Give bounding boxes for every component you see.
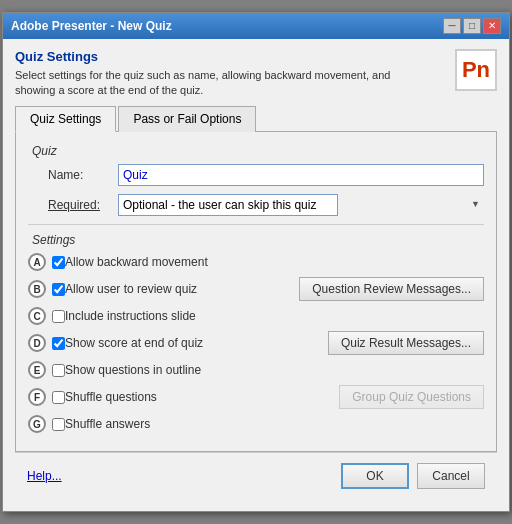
checkbox-instructions[interactable] (52, 310, 65, 323)
label-show-outline: Show questions in outline (65, 363, 484, 377)
marker-d: D (28, 334, 46, 352)
title-bar-buttons: ─ □ ✕ (443, 18, 501, 34)
maximize-button[interactable]: □ (463, 18, 481, 34)
header-description: Select settings for the quiz such as nam… (15, 68, 395, 99)
checkbox-shuffle-questions[interactable] (52, 391, 65, 404)
quiz-section-label: Quiz (32, 144, 484, 158)
close-button[interactable]: ✕ (483, 18, 501, 34)
checkbox-row-c: C Include instructions slide (28, 307, 484, 325)
marker-b: B (28, 280, 46, 298)
minimize-button[interactable]: ─ (443, 18, 461, 34)
marker-g: G (28, 415, 46, 433)
checkbox-allow-review[interactable] (52, 283, 65, 296)
checkbox-row-g: G Shuffle answers (28, 415, 484, 433)
tab-content: Quiz Name: Required: Optional - the user… (15, 132, 497, 452)
tabs-container: Quiz Settings Pass or Fail Options (15, 106, 497, 132)
required-label[interactable]: Required: (48, 198, 118, 212)
label-shuffle-answers: Shuffle answers (65, 417, 484, 431)
header-text: Quiz Settings Select settings for the qu… (15, 49, 395, 99)
checkbox-shuffle-answers[interactable] (52, 418, 65, 431)
label-allow-backward: Allow backward movement (65, 255, 484, 269)
label-instructions: Include instructions slide (65, 309, 484, 323)
marker-f: F (28, 388, 46, 406)
marker-a: A (28, 253, 46, 271)
label-show-score: Show score at end of quiz (65, 336, 320, 350)
checkbox-row-e: E Show questions in outline (28, 361, 484, 379)
pn-logo: Pn (455, 49, 497, 91)
tab-pass-fail[interactable]: Pass or Fail Options (118, 106, 256, 132)
checkbox-show-score[interactable] (52, 337, 65, 350)
question-review-messages-button[interactable]: Question Review Messages... (299, 277, 484, 301)
header-title: Quiz Settings (15, 49, 395, 64)
required-select-wrapper: Optional - the user can skip this quiz (118, 194, 484, 216)
name-label: Name: (48, 168, 118, 182)
content-area: Quiz Settings Select settings for the qu… (3, 39, 509, 512)
checkbox-allow-backward[interactable] (52, 256, 65, 269)
ok-button[interactable]: OK (341, 463, 409, 489)
tab-quiz-settings[interactable]: Quiz Settings (15, 106, 116, 132)
name-input[interactable] (118, 164, 484, 186)
marker-e: E (28, 361, 46, 379)
group-quiz-questions-button[interactable]: Group Quiz Questions (339, 385, 484, 409)
checkbox-show-outline[interactable] (52, 364, 65, 377)
name-field-row: Name: (28, 164, 484, 186)
required-select[interactable]: Optional - the user can skip this quiz (118, 194, 338, 216)
cancel-button[interactable]: Cancel (417, 463, 485, 489)
quiz-result-messages-button[interactable]: Quiz Result Messages... (328, 331, 484, 355)
footer: Help... OK Cancel (15, 452, 497, 501)
header-section: Quiz Settings Select settings for the qu… (15, 49, 497, 99)
main-window: Adobe Presenter - New Quiz ─ □ ✕ Quiz Se… (2, 12, 510, 513)
title-bar: Adobe Presenter - New Quiz ─ □ ✕ (3, 13, 509, 39)
checkbox-row-a: A Allow backward movement (28, 253, 484, 271)
window-title: Adobe Presenter - New Quiz (11, 19, 172, 33)
footer-buttons: OK Cancel (341, 463, 485, 489)
help-link[interactable]: Help... (27, 469, 62, 483)
required-field-row: Required: Optional - the user can skip t… (28, 194, 484, 216)
label-shuffle-questions: Shuffle questions (65, 390, 331, 404)
checkbox-row-b: B Allow user to review quiz Question Rev… (28, 277, 484, 301)
label-allow-review: Allow user to review quiz (65, 282, 291, 296)
marker-c: C (28, 307, 46, 325)
checkbox-row-f: F Shuffle questions Group Quiz Questions (28, 385, 484, 409)
checkbox-row-d: D Show score at end of quiz Quiz Result … (28, 331, 484, 355)
settings-section-label: Settings (32, 233, 484, 247)
